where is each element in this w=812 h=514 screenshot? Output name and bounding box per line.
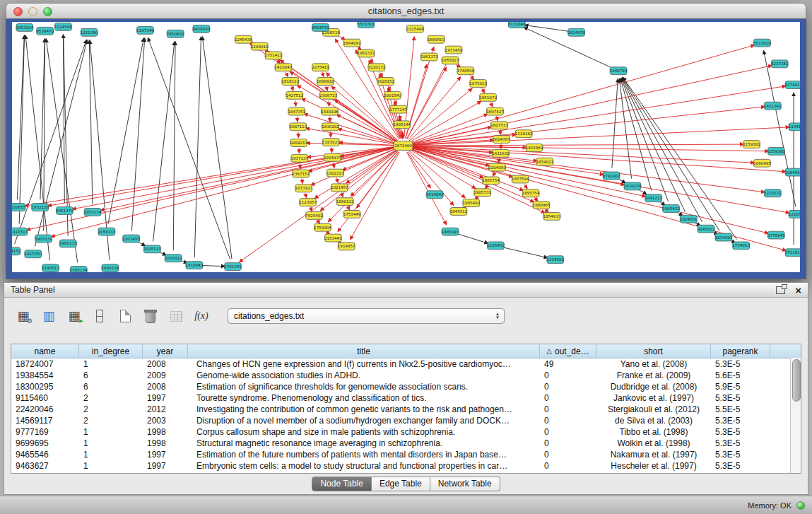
table-cell-indeg[interactable]: 1 bbox=[79, 426, 143, 438]
table-mode-icon[interactable]: ▦⚙ bbox=[13, 305, 34, 327]
network-node[interactable]: 1761341 bbox=[224, 263, 242, 271]
network-node[interactable]: 8131040 bbox=[508, 22, 526, 28]
scrollbar-thumb[interactable] bbox=[792, 359, 801, 402]
network-node[interactable]: 1221390 bbox=[81, 28, 98, 36]
import-table-icon[interactable] bbox=[165, 305, 187, 327]
table-cell-pagerank[interactable]: 5.9E-5 bbox=[711, 381, 770, 392]
network-node[interactable]: 1860112 bbox=[336, 198, 354, 206]
table-cell-pagerank[interactable]: 5.3E-5 bbox=[711, 460, 770, 472]
network-node[interactable]: 1937137 bbox=[290, 154, 308, 162]
table-cell-name[interactable]: 18724007 bbox=[11, 358, 79, 370]
network-node[interactable]: 1910239 bbox=[624, 182, 642, 190]
network-node[interactable]: 2063012 bbox=[165, 255, 182, 262]
table-cell-outdeg[interactable]: 0 bbox=[540, 404, 596, 415]
network-node[interactable]: 3220172 bbox=[367, 64, 385, 71]
column-header-short[interactable]: short bbox=[596, 344, 711, 358]
table-cell-outdeg[interactable]: 0 bbox=[540, 460, 596, 472]
network-node[interactable]: 1697427 bbox=[486, 107, 504, 115]
table-cell-indeg[interactable]: 1 bbox=[79, 438, 143, 449]
network-node[interactable]: 2153441 bbox=[324, 234, 342, 242]
table-row[interactable]: 911546021997Tourette syndrome. Phenomeno… bbox=[11, 392, 801, 404]
network-node[interactable]: 7625402 bbox=[305, 211, 323, 219]
show-columns-icon[interactable]: ▥ bbox=[38, 305, 59, 327]
table-cell-year[interactable]: 2009 bbox=[143, 370, 188, 381]
network-node[interactable]: 2204937 bbox=[324, 153, 341, 161]
network-canvas[interactable]: 1245438226001817514111420047181811214275… bbox=[12, 22, 800, 272]
minimize-window-button[interactable] bbox=[28, 7, 37, 16]
column-header-name[interactable]: name bbox=[11, 344, 79, 358]
network-node[interactable]: 1777147 bbox=[389, 105, 407, 113]
network-node[interactable]: 1748508 bbox=[457, 67, 474, 75]
table-cell-pagerank[interactable]: 5.5E-5 bbox=[711, 404, 770, 415]
tab-edge-table[interactable]: Edge Table bbox=[372, 477, 430, 491]
table-cell-name[interactable]: 22420046 bbox=[11, 404, 79, 415]
network-node[interactable]: 2051370 bbox=[56, 207, 73, 215]
table-cell-year[interactable]: 1997 bbox=[143, 449, 188, 460]
network-node[interactable]: 1205431 bbox=[487, 242, 505, 250]
network-node[interactable]: 1915469 bbox=[526, 144, 543, 152]
network-node[interactable]: 1948794 bbox=[610, 67, 628, 75]
network-node[interactable]: 1134137 bbox=[789, 123, 800, 131]
network-node[interactable]: 1935121 bbox=[143, 245, 161, 253]
network-node[interactable]: 1159380 bbox=[767, 147, 785, 155]
table-cell-outdeg[interactable]: 0 bbox=[540, 370, 596, 381]
network-node[interactable]: 1183021 bbox=[322, 139, 340, 146]
table-row[interactable]: 1938455462009Genome-wide association stu… bbox=[11, 370, 801, 381]
network-node[interactable]: 1688910 bbox=[317, 78, 334, 86]
network-node[interactable]: 2087113 bbox=[289, 123, 307, 131]
network-node[interactable]: 5513010 bbox=[753, 39, 771, 47]
table-cell-short[interactable]: Jankovic et al. (1997) bbox=[596, 392, 711, 404]
table-cell-short[interactable]: Stergiakouli et al. (2012) bbox=[596, 404, 711, 415]
column-header-title[interactable]: title bbox=[188, 344, 540, 358]
close-window-button[interactable] bbox=[13, 7, 23, 16]
network-node[interactable]: 1075021 bbox=[469, 80, 487, 88]
table-cell-name[interactable]: 9777169 bbox=[11, 426, 79, 438]
network-node[interactable]: 1807513 bbox=[490, 122, 508, 129]
table-row[interactable]: 977716911998Corpus callosum shape and si… bbox=[11, 426, 801, 438]
column-header-year[interactable]: year bbox=[143, 344, 188, 358]
network-node[interactable]: 1125498 bbox=[406, 25, 424, 33]
table-row[interactable]: 2242004622012Investigating the contribut… bbox=[11, 404, 801, 415]
table-cell-pagerank[interactable]: 5.3E-5 bbox=[711, 392, 770, 404]
network-node[interactable]: 1885754 bbox=[482, 177, 500, 185]
table-cell-year[interactable]: 2003 bbox=[143, 415, 188, 426]
table-cell-title[interactable]: Estimation of significance thresholds fo… bbox=[188, 381, 540, 392]
network-node[interactable]: 1914845 bbox=[426, 191, 444, 199]
table-cell-short[interactable]: Franke et al. (2009) bbox=[596, 370, 711, 381]
network-node[interactable]: 1853134 bbox=[84, 209, 102, 216]
table-cell-year[interactable]: 1997 bbox=[143, 392, 188, 404]
row-options-icon[interactable] bbox=[89, 305, 110, 327]
network-node[interactable]: 1851672 bbox=[479, 93, 497, 101]
network-node[interactable]: 1854933 bbox=[543, 212, 560, 220]
network-node[interactable]: 1985492 bbox=[462, 199, 480, 207]
network-node[interactable]: 1417250 bbox=[24, 250, 42, 258]
network-node[interactable]: 1159381 bbox=[743, 141, 760, 148]
network-node[interactable]: 1751411 bbox=[265, 52, 283, 59]
network-node[interactable]: 1190513 bbox=[42, 264, 59, 272]
table-cell-title[interactable]: Corpus callosum shape and size in male p… bbox=[188, 426, 540, 438]
network-node[interactable]: 1961372 bbox=[358, 49, 375, 57]
table-cell-outdeg[interactable]: 49 bbox=[540, 358, 596, 370]
table-cell-year[interactable]: 1997 bbox=[143, 460, 188, 472]
column-header-in-degree[interactable]: in_degree bbox=[79, 344, 143, 358]
network-node[interactable]: 1124549 bbox=[54, 23, 72, 30]
table-cell-name[interactable]: 9115460 bbox=[11, 392, 79, 404]
table-cell-indeg[interactable]: 6 bbox=[79, 381, 143, 392]
network-node[interactable]: 1505134 bbox=[70, 267, 88, 272]
network-node[interactable]: 1961373 bbox=[420, 53, 438, 61]
network-node[interactable]: 5905130 bbox=[35, 235, 52, 243]
network-node[interactable]: 2260018 bbox=[251, 42, 269, 50]
zoom-window-button[interactable] bbox=[43, 7, 52, 16]
network-node[interactable]: 1830202 bbox=[322, 123, 339, 131]
network-node[interactable]: 1197349 bbox=[136, 26, 154, 34]
network-node[interactable]: 1905731 bbox=[473, 189, 491, 197]
network-node[interactable]: 1973459 bbox=[445, 46, 463, 54]
table-row[interactable]: 1456911722003Disruption of a novel membe… bbox=[11, 415, 801, 426]
table-cell-pagerank[interactable]: 5.3E-5 bbox=[711, 449, 770, 460]
network-node[interactable]: 1626152 bbox=[377, 78, 394, 86]
network-node[interactable]: 2058133 bbox=[98, 228, 116, 235]
network-node[interactable]: 1872400 bbox=[394, 141, 413, 151]
network-node[interactable]: 2204093 bbox=[488, 163, 506, 171]
table-cell-year[interactable]: 2008 bbox=[143, 358, 188, 370]
table-cell-outdeg[interactable]: 0 bbox=[540, 392, 596, 404]
